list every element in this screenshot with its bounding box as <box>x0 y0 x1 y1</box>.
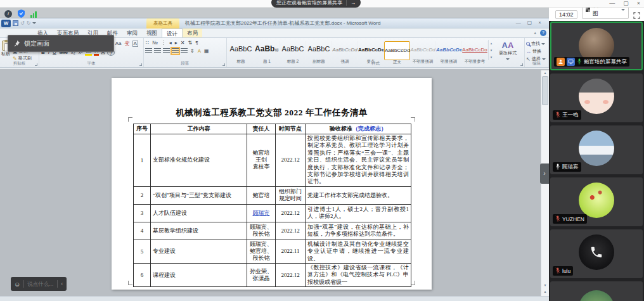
participant-tile[interactable]: 王一鸣 <box>550 74 643 122</box>
network-signal-icon[interactable] <box>30 11 37 18</box>
maximize-button[interactable]: ▢ <box>623 0 629 8</box>
style-subtle-reference[interactable]: AaBbCcDo不明显参考 <box>462 41 488 60</box>
gallery-up-icon[interactable]: ▴ <box>491 41 493 45</box>
gallery-more-icon[interactable]: ▾ <box>491 55 493 59</box>
asian-layout-button[interactable]: ✕ <box>180 40 186 46</box>
chat-collapse-icon[interactable]: ‹ <box>61 281 63 287</box>
tab-review[interactable]: 审阅 <box>122 29 142 37</box>
word-title-bar: W ↺ ↻ 表格工具 机械工程学院教工党支部2022年工作任务清单-机械系教工党… <box>0 18 549 29</box>
scrollbar-thumb[interactable] <box>542 76 548 105</box>
close-button[interactable]: × <box>637 0 640 8</box>
participant-tile[interactable]: 顾瑞宾 <box>550 125 643 174</box>
change-styles-button[interactable]: AA 更改样式 <box>494 40 522 60</box>
previous-page-icon[interactable]: ▴ <box>541 289 549 293</box>
replace-icon: ↔ <box>526 49 531 54</box>
participant-tile-partial[interactable] <box>550 281 643 301</box>
word-window: W ↺ ↻ 表格工具 机械工程学院教工党支部2022年工作任务清单-机械系教工党… <box>0 18 549 301</box>
quick-access-toolbar: W ↺ ↻ <box>0 20 36 27</box>
phonetic-guide-button[interactable]: 变 <box>124 40 131 47</box>
qat-dropdown-icon[interactable] <box>32 22 36 24</box>
styles-dialog-launcher[interactable] <box>520 63 523 66</box>
replace-button[interactable]: ↔替换 <box>526 48 547 54</box>
align-right-button[interactable] <box>163 48 170 54</box>
participant-name: lulu <box>562 268 570 274</box>
document-page[interactable]: 机械制造工程系教工党支部 2022 年工作任务清单 序号 工作内容 责任人 时间… <box>112 78 432 290</box>
style-subtitle[interactable]: AaBbC副标题 <box>306 41 332 60</box>
encryption-shield-icon[interactable] <box>18 10 25 18</box>
paragraph-dialog-launcher[interactable] <box>222 63 225 66</box>
chat-input[interactable] <box>27 281 54 287</box>
style-heading2[interactable]: AaBbC标题 2 <box>280 41 306 60</box>
margin-mark <box>411 281 415 285</box>
style-emphasis[interactable]: AaBbCcDd强调 <box>332 41 358 60</box>
gallery-down-icon[interactable]: ▾ <box>491 48 493 52</box>
tab-view[interactable]: 视图 <box>142 29 162 37</box>
word-logo-icon[interactable]: W <box>1 20 11 27</box>
screen-share-badge-icon <box>567 58 575 66</box>
table-tools-contextual-label: 表格工具 <box>146 18 179 29</box>
justify-button[interactable] <box>172 48 179 54</box>
align-center-button[interactable] <box>154 48 161 54</box>
line-spacing-button[interactable]: ⇕ <box>190 48 195 54</box>
mic-on-icon <box>577 58 582 66</box>
tab-table-design[interactable]: 设计 <box>162 29 183 37</box>
table-header-row: 序号 工作内容 责任人 时间节点 验收标准（完成标志） <box>134 124 411 134</box>
header-time: 时间节点 <box>276 124 306 134</box>
minimize-button[interactable]: — <box>609 0 615 8</box>
chat-quick-bar[interactable]: ☺ ‹ <box>11 277 67 291</box>
change-case-button[interactable]: Aa <box>115 41 122 46</box>
shared-screen-region: i W ↺ ↻ 表格工具 机械工程学院教工党支部2022年工作任务清单-机械系教… <box>0 8 549 301</box>
header-criteria-accent: （完成标志） <box>352 125 387 132</box>
sidebar-expand-handle[interactable]: › <box>540 163 549 184</box>
avatar <box>579 183 614 218</box>
mic-muted-icon <box>555 267 560 275</box>
increase-indent-button[interactable]: ▸ <box>174 40 178 46</box>
style-normal-selected[interactable]: AaBbCcDd正文 <box>384 41 410 60</box>
word-close-button[interactable]: × <box>538 20 541 25</box>
vertical-scrollbar[interactable]: ▴ ▾ ▴ ▾ <box>541 70 549 301</box>
layout-grid-icon <box>586 7 590 12</box>
style-subtle-emphasis[interactable]: AaBbCcDd不明显强调 <box>410 41 436 60</box>
tab-table-layout[interactable]: 布局 <box>183 29 202 37</box>
style-strong[interactable]: AaBbCcDc要点 <box>358 41 384 60</box>
style-intense-emphasis[interactable]: AaBbCcDc明显强调 <box>436 41 462 60</box>
word-restore-button[interactable]: ▢ <box>527 20 532 25</box>
header-task: 工作内容 <box>151 124 247 134</box>
notification-arrow-icon[interactable]: → <box>346 0 356 6</box>
emoji-icon[interactable]: ☺ <box>14 281 20 288</box>
bullets-button[interactable]: ∷ <box>145 40 150 46</box>
font-dialog-launcher[interactable] <box>139 63 142 66</box>
style-heading1[interactable]: AaBb标题 1 <box>254 41 280 60</box>
scroll-up-icon[interactable]: ▴ <box>544 71 546 75</box>
fullscreen-button[interactable] <box>633 12 640 19</box>
participant-tile-sharing[interactable]: 鲍官培的屏幕共享 <box>550 22 643 70</box>
borders-button[interactable]: ▦ <box>203 48 210 54</box>
divider <box>23 280 24 288</box>
header-person: 责任人 <box>247 124 276 134</box>
distribute-button[interactable] <box>181 48 188 54</box>
lock-screen-tooltip[interactable]: 锁定画面 <box>8 35 114 52</box>
show-marks-button[interactable]: ¶ <box>195 40 198 46</box>
decrease-indent-button[interactable]: ◂ <box>169 40 172 46</box>
multilevel-list-button[interactable]: ⋮ <box>160 40 167 46</box>
character-border-button[interactable]: A <box>132 41 138 47</box>
undo-icon[interactable]: ↺ <box>20 20 25 26</box>
scroll-down-icon[interactable]: ▾ <box>541 283 549 287</box>
align-left-button[interactable] <box>145 48 152 54</box>
collapse-ribbon-icon[interactable]: ▴ <box>534 30 536 35</box>
participant-name: 鲍官培的屏幕共享 <box>584 58 627 66</box>
help-icon[interactable]: ? <box>540 30 546 36</box>
participant-tile[interactable]: lulu <box>550 229 643 278</box>
find-button[interactable]: 查找 <box>526 41 547 47</box>
save-icon[interactable] <box>13 20 18 26</box>
participant-tile[interactable]: YUZHEN <box>550 177 643 226</box>
style-heading[interactable]: AaBbC标题 <box>228 41 254 60</box>
shading-button[interactable]: A <box>197 48 202 54</box>
sort-button[interactable]: ⇅ <box>187 40 193 46</box>
clipboard-dialog-launcher[interactable] <box>35 63 37 66</box>
word-minimize-button[interactable]: — <box>516 20 521 25</box>
style-gallery: AaBbC标题 AaBb标题 1 AaBbC标题 2 AaBbC副标题 AaBb… <box>228 40 488 60</box>
meeting-info-icon[interactable]: i <box>4 10 12 18</box>
numbering-button[interactable]: № <box>151 40 158 46</box>
redo-icon[interactable]: ↻ <box>27 20 31 26</box>
